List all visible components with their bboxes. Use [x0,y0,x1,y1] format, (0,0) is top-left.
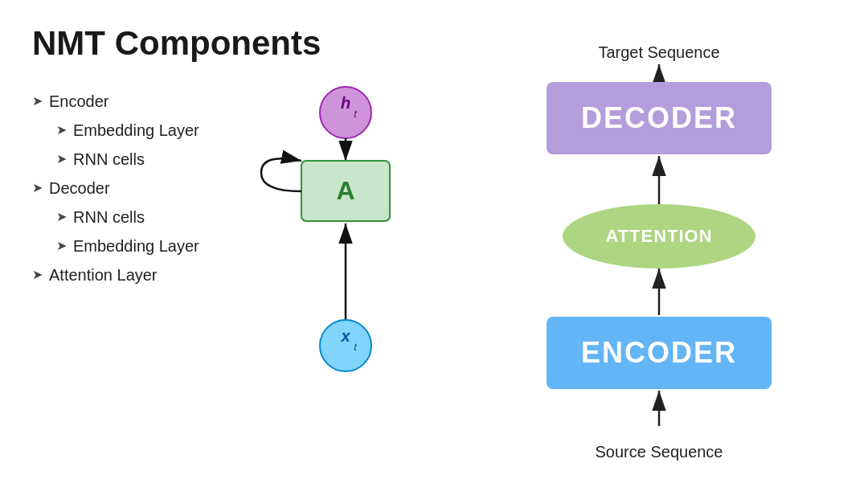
decoder-box: DECODER [547,82,772,154]
arrow-icon: ➤ [56,119,67,142]
embedding-layer-1-label: Embedding Layer [73,116,199,145]
arch-container: Target Sequence DECODER [522,43,796,461]
diagram-svg: h t A x t [257,80,434,386]
embedding-layer-2-label: Embedding Layer [73,232,199,260]
rnn-cells-1-label: RNN cells [73,145,145,174]
left-panel: NMT Components ➤ Encoder ➤ Embedding Lay… [0,0,450,504]
main-container: NMT Components ➤ Encoder ➤ Embedding Lay… [0,0,868,504]
arrow-icon: ➤ [32,90,43,113]
arrow-icon: ➤ [32,264,43,287]
page-title: NMT Components [32,24,434,63]
attention-box: ATTENTION [563,204,755,268]
decoder-label: DECODER [581,101,737,135]
right-panel: Target Sequence DECODER [450,0,868,504]
svg-text:x: x [340,327,350,345]
svg-text:h: h [341,94,350,112]
diagram-area: h t A x t [257,80,434,386]
target-sequence-label: Target Sequence [598,43,719,62]
decoder-bullet-label: Decoder [49,174,110,203]
attention-layer-label: Attention Layer [49,260,158,289]
rnn-cells-2-label: RNN cells [73,203,145,232]
arrow-icon: ➤ [56,148,67,171]
arrow-icon: ➤ [32,177,43,200]
source-sequence-label: Source Sequence [595,443,723,461]
encoder-label: ENCODER [581,336,737,370]
attention-label: ATTENTION [605,226,712,247]
svg-text:A: A [336,176,354,205]
arrow-icon: ➤ [56,235,67,258]
encoder-box: ENCODER [547,317,772,389]
arrow-icon: ➤ [56,206,67,229]
encoder-label: Encoder [49,87,109,116]
